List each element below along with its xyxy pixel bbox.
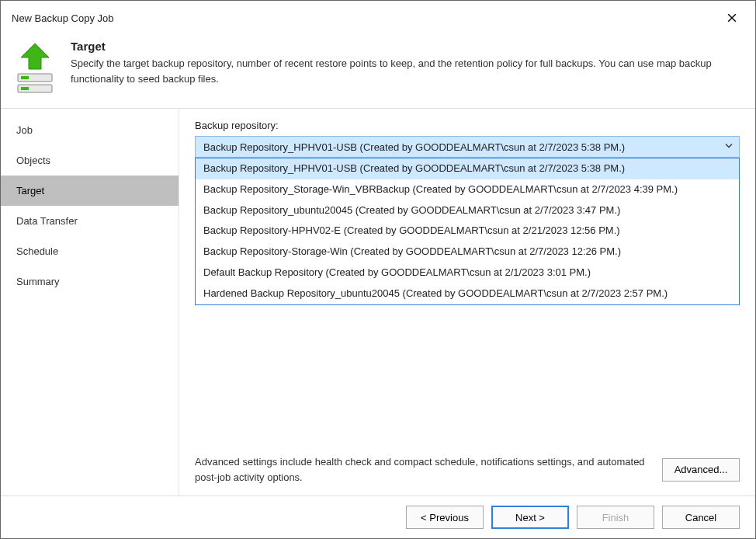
dropdown-option[interactable]: Backup Repository_HPHV01-USB (Created by… [196,158,739,179]
svg-rect-1 [21,76,29,79]
svg-rect-3 [21,87,29,90]
titlebar: New Backup Copy Job [1,1,755,33]
dropdown-option[interactable]: Backup Repository-Storage-Win (Created b… [196,242,739,263]
sidebar-item-summary[interactable]: Summary [1,266,179,297]
sidebar-item-schedule[interactable]: Schedule [1,236,179,266]
finish-button: Finish [577,506,654,529]
wizard-header: Target Specify the target backup reposit… [1,33,755,108]
sidebar-item-data-transfer[interactable]: Data Transfer [1,206,179,236]
advanced-button[interactable]: Advanced... [662,458,740,482]
target-icon [12,40,58,94]
header-text: Target Specify the target backup reposit… [71,40,723,86]
dropdown-option[interactable]: Backup Repository-HPHV02-E (Created by G… [196,221,739,242]
dropdown-option[interactable]: Default Backup Repository (Created by GO… [196,263,739,283]
wizard-footer: < Previous Next > Finish Cancel [1,496,755,538]
sidebar-item-objects[interactable]: Objects [1,145,179,176]
sidebar-item-job[interactable]: Job [1,115,179,145]
wizard-body: Job Objects Target Data Transfer Schedul… [1,108,755,496]
backup-repository-dropdown: Backup Repository_HPHV01-USB (Created by… [195,158,740,305]
dialog-window: New Backup Copy Job Target Specify the t… [0,0,756,539]
dropdown-option[interactable]: Backup Repository_ubuntu20045 (Created b… [196,200,739,221]
close-button[interactable] [716,7,747,29]
cancel-button[interactable]: Cancel [662,506,740,529]
dropdown-option[interactable]: Hardened Backup Repository_ubuntu20045 (… [196,283,739,304]
dropdown-option[interactable]: Backup Repository_Storage-Win_VBRBackup … [196,179,739,200]
advanced-row: Advanced settings include health check a… [195,448,740,485]
advanced-description: Advanced settings include health check a… [195,454,653,485]
wizard-content: Backup repository: Backup Repository_HPH… [179,109,755,496]
combo-selected-text: Backup Repository_HPHV01-USB (Created by… [203,141,625,153]
wizard-sidebar: Job Objects Target Data Transfer Schedul… [1,109,179,496]
window-title: New Backup Copy Job [12,12,114,24]
combo-selected-value[interactable]: Backup Repository_HPHV01-USB (Created by… [195,136,740,158]
page-description: Specify the target backup repository, nu… [71,56,723,86]
page-title: Target [71,40,723,53]
backup-repository-label: Backup repository: [195,120,740,131]
previous-button[interactable]: < Previous [406,506,484,529]
chevron-down-icon [724,141,733,153]
sidebar-item-target[interactable]: Target [1,176,179,206]
backup-repository-combo[interactable]: Backup Repository_HPHV01-USB (Created by… [195,136,740,158]
close-icon [727,13,737,23]
next-button[interactable]: Next > [491,506,569,529]
